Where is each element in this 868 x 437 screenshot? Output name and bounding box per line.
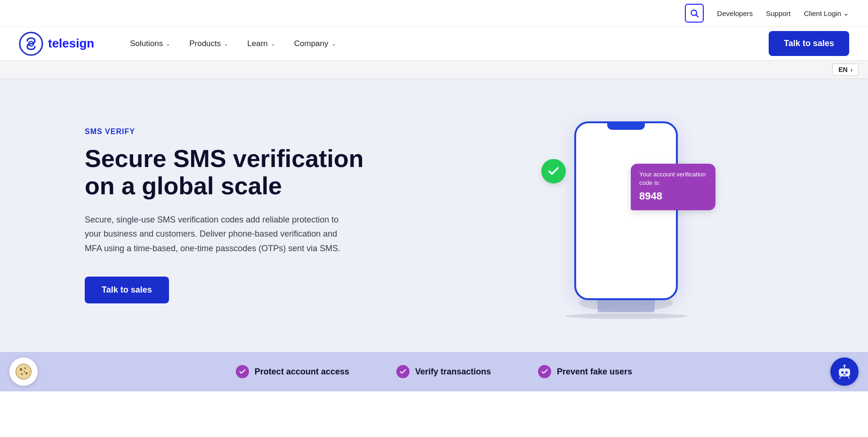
solutions-chevron-icon: ⌄ [166, 40, 170, 47]
feature-label-2: Prevent fake users [557, 367, 632, 377]
svg-point-9 [20, 368, 22, 371]
hero-description: Secure, single-use SMS verification code… [85, 213, 348, 256]
svg-line-21 [849, 376, 850, 379]
support-link[interactable]: Support [766, 9, 791, 17]
chevron-down-icon: ⌄ [843, 9, 849, 17]
nav-learn[interactable]: Learn ⌄ [240, 35, 282, 52]
chat-bot-icon [836, 364, 852, 380]
phone-illustration: Your account verification code is: 8948 [551, 117, 701, 314]
feature-item-0: Protect account access [236, 365, 349, 378]
language-label: EN [838, 66, 847, 73]
feature-checkmark-icon-2 [541, 368, 548, 375]
nav-items: Solutions ⌄ Products ⌄ Learn ⌄ Company ⌄ [122, 35, 769, 52]
message-bubble: Your account verification code is: 8948 [631, 164, 715, 210]
top-bar: Developers Support Client Login ⌄ [0, 0, 868, 27]
feature-label-1: Verify transactions [415, 367, 491, 377]
phone-notch [607, 123, 645, 130]
language-selector[interactable]: EN › [832, 64, 859, 76]
solutions-label: Solutions [130, 39, 163, 48]
svg-point-12 [21, 373, 23, 375]
lang-chevron-icon: › [851, 66, 852, 73]
language-bar: EN › [0, 61, 868, 79]
learn-chevron-icon: ⌄ [271, 40, 275, 47]
company-label: Company [294, 39, 329, 48]
cookie-widget[interactable] [9, 358, 38, 386]
svg-point-15 [841, 371, 844, 373]
feature-checkmark-icon-1 [399, 368, 407, 375]
chat-widget[interactable] [830, 358, 859, 386]
nav-products[interactable]: Products ⌄ [182, 35, 236, 52]
search-button[interactable] [685, 4, 704, 23]
svg-rect-14 [839, 368, 850, 376]
nav-cta-button[interactable]: Talk to sales [769, 31, 849, 56]
logo-icon [19, 32, 43, 56]
client-login-button[interactable]: Client Login ⌄ [804, 9, 849, 17]
feature-check-0 [236, 365, 249, 378]
svg-point-11 [25, 372, 28, 374]
svg-line-1 [696, 15, 699, 17]
svg-point-10 [24, 367, 26, 369]
msg-bubble-code: 8948 [639, 189, 707, 204]
feature-check-1 [396, 365, 410, 378]
svg-point-8 [16, 364, 31, 379]
cookie-icon [15, 363, 32, 380]
svg-rect-17 [843, 374, 845, 375]
hero-eyebrow: SMS VERIFY [85, 127, 469, 136]
hero-section: SMS VERIFY Secure SMS verification on a … [0, 79, 868, 352]
logo-link[interactable]: telesign [19, 32, 94, 56]
products-chevron-icon: ⌄ [224, 40, 228, 47]
hero-illustration: Your account verification code is: 8948 [469, 117, 783, 314]
developers-link[interactable]: Developers [717, 9, 753, 17]
checkmark-icon [547, 165, 560, 178]
phone-body [574, 121, 678, 300]
nav-company[interactable]: Company ⌄ [287, 35, 344, 52]
feature-bar: Protect account access Verify transactio… [0, 352, 868, 391]
main-nav: telesign Solutions ⌄ Products ⌄ Learn ⌄ … [0, 27, 868, 61]
svg-line-20 [840, 376, 841, 379]
feature-check-2 [538, 365, 551, 378]
search-icon [690, 8, 699, 18]
svg-point-16 [845, 371, 848, 373]
hero-cta-button[interactable]: Talk to sales [85, 277, 169, 303]
company-chevron-icon: ⌄ [331, 40, 336, 47]
msg-bubble-text: Your account verification code is: [639, 170, 707, 187]
svg-point-13 [24, 371, 25, 373]
hero-content: SMS VERIFY Secure SMS verification on a … [85, 127, 469, 303]
client-login-label: Client Login [804, 9, 841, 17]
nav-solutions[interactable]: Solutions ⌄ [122, 35, 178, 52]
svg-point-19 [843, 365, 845, 367]
learn-label: Learn [247, 39, 267, 48]
hero-title: Secure SMS verification on a global scal… [85, 145, 469, 199]
feature-label-0: Protect account access [255, 367, 349, 377]
check-circle [541, 159, 566, 183]
feature-item-2: Prevent fake users [538, 365, 632, 378]
feature-checkmark-icon-0 [239, 368, 246, 375]
products-label: Products [189, 39, 221, 48]
feature-item-1: Verify transactions [396, 365, 491, 378]
logo-text: telesign [48, 36, 94, 51]
